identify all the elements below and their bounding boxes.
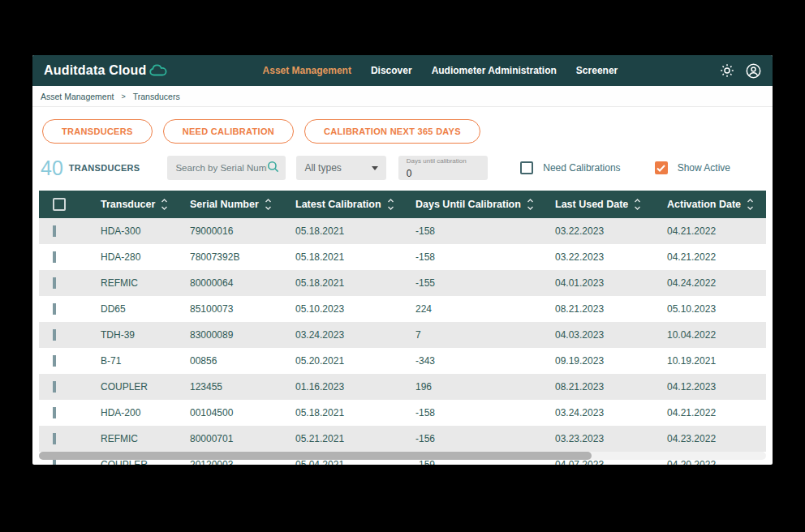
breadcrumb: Asset Management > Transducers bbox=[32, 86, 773, 107]
cell-serial-number: 123455 bbox=[177, 381, 282, 393]
cell-serial-number: 00856 bbox=[177, 355, 282, 367]
table-row[interactable]: DD65 85100073 05.10.2023 224 08.21.2023 … bbox=[39, 296, 766, 322]
row-checkbox[interactable] bbox=[53, 407, 56, 418]
table-row[interactable]: HDA-300 79000016 05.18.2021 -158 03.22.2… bbox=[39, 218, 766, 244]
type-select-value: All types bbox=[304, 162, 341, 174]
app-logo[interactable]: Auditdata Cloud bbox=[44, 62, 167, 79]
nav-item[interactable]: Screener bbox=[576, 65, 618, 76]
quick-filter-button[interactable]: CALIBRATION NEXT 365 DAYS bbox=[304, 119, 480, 144]
cell-transducer: HDA-300 bbox=[88, 225, 177, 237]
horizontal-scrollbar-track[interactable] bbox=[39, 452, 766, 460]
horizontal-scrollbar-thumb[interactable] bbox=[39, 452, 592, 460]
table-body: HDA-300 79000016 05.18.2021 -158 03.22.2… bbox=[39, 218, 766, 465]
column-header[interactable]: Activation Date bbox=[654, 198, 761, 211]
cell-serial-number: 85100073 bbox=[177, 303, 282, 315]
cell-last-used-date: 04.01.2023 bbox=[542, 277, 654, 289]
cell-transducer: DD65 bbox=[88, 303, 177, 315]
nav-icons bbox=[720, 63, 761, 79]
page-content: TRANSDUCERSNEED CALIBRATIONCALIBRATION N… bbox=[32, 107, 773, 465]
need-calibrations-label: Need Calibrations bbox=[543, 162, 620, 174]
row-checkbox[interactable] bbox=[53, 381, 56, 393]
row-checkbox[interactable] bbox=[53, 251, 56, 263]
cell-days-until-calibration: -343 bbox=[402, 355, 542, 367]
row-checkbox[interactable] bbox=[53, 225, 56, 237]
breadcrumb-asset-management[interactable]: Asset Management bbox=[41, 92, 114, 101]
need-calibrations-checkbox[interactable] bbox=[520, 161, 533, 174]
sort-chevrons-icon[interactable] bbox=[634, 198, 641, 211]
column-header-label: Last Used Date bbox=[555, 199, 628, 210]
cell-latest-calibration: 05.18.2021 bbox=[282, 225, 402, 237]
transducer-count-label: TRANSDUCERS bbox=[69, 163, 140, 173]
table-row[interactable]: TDH-39 83000089 03.24.2023 7 04.03.2023 … bbox=[39, 322, 766, 348]
sort-chevrons-icon[interactable] bbox=[747, 198, 754, 211]
app-logo-text: Auditdata Cloud bbox=[44, 63, 147, 78]
cloud-icon bbox=[149, 62, 167, 79]
quick-filter-buttons: TRANSDUCERSNEED CALIBRATIONCALIBRATION N… bbox=[42, 119, 763, 144]
show-active-checkbox-group[interactable]: Show Active bbox=[655, 161, 730, 174]
settings-gear-icon[interactable] bbox=[720, 63, 734, 78]
cell-last-used-date: 03.23.2023 bbox=[542, 433, 654, 444]
cell-latest-calibration: 03.24.2023 bbox=[282, 329, 402, 341]
column-header-label: Transducer bbox=[101, 199, 155, 210]
cell-latest-calibration: 05.21.2021 bbox=[282, 433, 402, 444]
table-row[interactable]: COUPLER 123455 01.16.2023 196 08.21.2023… bbox=[39, 374, 766, 400]
sort-chevrons-icon[interactable] bbox=[161, 198, 168, 211]
column-header[interactable]: Latest Calibration bbox=[282, 198, 402, 211]
serial-search-box[interactable] bbox=[167, 156, 286, 180]
table-row[interactable]: REFMIC 80000701 05.21.2021 -156 03.23.20… bbox=[39, 426, 766, 452]
sort-chevrons-icon[interactable] bbox=[527, 198, 534, 211]
nav-item[interactable]: Audiometer Administration bbox=[432, 65, 557, 76]
breadcrumb-transducers[interactable]: Transducers bbox=[133, 92, 180, 101]
search-icon[interactable] bbox=[267, 161, 279, 176]
cell-latest-calibration: 05.18.2021 bbox=[282, 251, 402, 263]
column-header[interactable]: Transducer bbox=[88, 198, 177, 211]
nav-item[interactable]: Asset Management bbox=[263, 65, 351, 76]
cell-latest-calibration: 01.16.2023 bbox=[282, 381, 402, 393]
cell-activation-date: 04.23.2022 bbox=[654, 433, 761, 444]
type-select[interactable]: All types bbox=[296, 156, 385, 180]
select-all-checkbox[interactable] bbox=[53, 198, 66, 211]
row-checkbox[interactable] bbox=[53, 433, 56, 444]
quick-filter-button[interactable]: NEED CALIBRATION bbox=[163, 119, 294, 144]
quick-filter-button[interactable]: TRANSDUCERS bbox=[42, 119, 153, 144]
cell-activation-date: 04.21.2022 bbox=[654, 407, 761, 418]
nav-menu: Asset ManagementDiscoverAudiometer Admin… bbox=[263, 65, 618, 76]
cell-activation-date: 04.21.2022 bbox=[654, 225, 761, 237]
cell-activation-date: 10.19.2021 bbox=[654, 355, 761, 367]
column-header-label: Serial Number bbox=[190, 199, 259, 210]
sort-chevrons-icon[interactable] bbox=[387, 198, 394, 211]
show-active-checkbox[interactable] bbox=[655, 161, 668, 174]
cell-transducer: REFMIC bbox=[88, 277, 177, 289]
column-header[interactable]: Days Until Calibration bbox=[402, 198, 542, 211]
days-until-calibration-input[interactable] bbox=[407, 168, 480, 179]
row-checkbox[interactable] bbox=[53, 303, 56, 315]
row-checkbox[interactable] bbox=[53, 329, 56, 341]
table-row[interactable]: B-71 00856 05.20.2021 -343 09.19.2023 10… bbox=[39, 348, 766, 374]
cell-last-used-date: 04.03.2023 bbox=[542, 329, 654, 341]
search-input[interactable] bbox=[175, 163, 267, 173]
row-checkbox[interactable] bbox=[53, 459, 56, 465]
table-row[interactable]: HDA-280 78007392B 05.18.2021 -158 03.22.… bbox=[39, 244, 766, 270]
row-checkbox[interactable] bbox=[53, 355, 56, 367]
column-header[interactable]: Last Used Date bbox=[542, 198, 654, 211]
column-header-label: Days Until Calibration bbox=[415, 199, 521, 210]
days-until-calibration-field[interactable]: Days until calibration bbox=[398, 156, 488, 180]
cell-days-until-calibration: -158 bbox=[402, 225, 542, 237]
table-row[interactable]: HDA-200 00104500 05.18.2021 -158 03.24.2… bbox=[39, 400, 766, 426]
cell-transducer: HDA-280 bbox=[88, 251, 177, 263]
row-checkbox[interactable] bbox=[53, 277, 56, 289]
cell-last-used-date: 03.22.2023 bbox=[542, 251, 654, 263]
nav-item[interactable]: Discover bbox=[371, 65, 412, 76]
cell-days-until-calibration: -158 bbox=[402, 407, 542, 418]
column-header-label: Latest Calibration bbox=[295, 199, 381, 210]
account-icon[interactable] bbox=[746, 63, 761, 79]
cell-activation-date: 04.12.2023 bbox=[654, 381, 761, 393]
need-calibrations-checkbox-group[interactable]: Need Calibrations bbox=[520, 161, 620, 174]
cell-serial-number: 80000064 bbox=[177, 277, 282, 289]
column-header[interactable]: Serial Number bbox=[177, 198, 282, 211]
breadcrumb-separator: > bbox=[121, 92, 125, 101]
table-row[interactable]: REFMIC 80000064 05.18.2021 -155 04.01.20… bbox=[39, 270, 766, 296]
cell-latest-calibration: 05.20.2021 bbox=[282, 355, 402, 367]
sort-chevrons-icon[interactable] bbox=[265, 198, 272, 211]
select-all-cell bbox=[39, 198, 88, 211]
